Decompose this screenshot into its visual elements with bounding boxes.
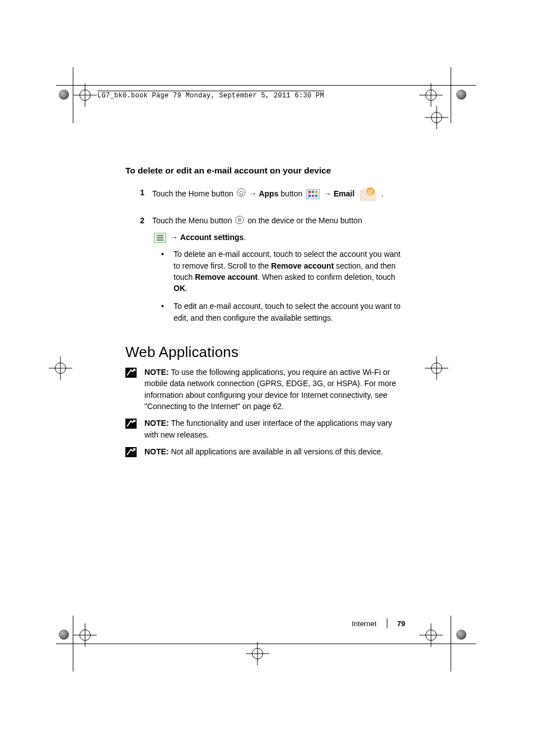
register-mark-icon <box>431 112 442 123</box>
svg-point-0 <box>237 189 245 196</box>
step-text: button <box>278 189 305 198</box>
step-2: 2 Touch the Menu button on the device or… <box>125 215 405 330</box>
bullet-list: To delete an e-mail account, touch to se… <box>152 248 405 323</box>
crop-ball-icon <box>456 90 466 100</box>
crop-line <box>451 67 451 123</box>
page-number: 79 <box>397 619 405 628</box>
crop-line <box>56 644 476 644</box>
crop-line <box>451 616 451 672</box>
source-header: LG7_bk0.book Page 79 Monday, September 5… <box>97 91 324 100</box>
step-text: Touch the Home button <box>152 189 236 198</box>
arrow-icon: → <box>170 233 178 242</box>
note-block: NOTE: To use the following applications,… <box>125 367 405 412</box>
note-icon <box>125 367 144 412</box>
step-number: 2 <box>125 215 152 330</box>
email-app-icon: @ <box>359 187 377 201</box>
note-text: To use the following applications, you r… <box>144 368 396 411</box>
crop-ball-icon <box>59 90 69 100</box>
step-text: Touch the Menu button <box>152 216 234 225</box>
page-footer: Internet 79 <box>352 618 405 628</box>
note-block: NOTE: Not all applications are available… <box>125 446 405 457</box>
svg-text:@: @ <box>368 189 373 195</box>
arrow-icon: → <box>249 189 257 198</box>
bullet-text: To edit an e-mail account, touch to sele… <box>174 302 400 322</box>
bullet-bold: OK <box>174 284 185 293</box>
arrow-icon: → <box>324 189 331 198</box>
step-text: . <box>243 233 246 242</box>
menu-list-icon <box>154 233 166 243</box>
step-text: . <box>381 189 383 198</box>
bullet-bold: Remove account <box>271 261 334 270</box>
section-heading: To delete or edit an e-mail account on y… <box>125 166 405 176</box>
apps-label: Apps <box>259 189 278 198</box>
main-heading: Web Applications <box>125 344 405 361</box>
note-block: NOTE: The functionality and user interfa… <box>125 417 405 440</box>
footer-section: Internet <box>352 619 376 628</box>
note-label: NOTE: <box>144 368 169 377</box>
register-mark-icon <box>431 363 442 374</box>
bullet-text: . <box>185 284 188 293</box>
account-settings-label: Account settings <box>180 233 244 242</box>
note-text: Not all applications are available in al… <box>169 447 383 456</box>
crop-ball-icon <box>456 630 466 640</box>
apps-button-icon <box>306 189 320 199</box>
note-icon <box>125 417 144 440</box>
bullet-text: . When asked to confirm deletion, touch <box>257 273 395 281</box>
home-button-icon <box>237 188 246 200</box>
content-block: To delete or edit an e-mail account on y… <box>125 166 405 463</box>
note-label: NOTE: <box>144 419 169 428</box>
crop-ball-icon <box>59 630 69 640</box>
note-icon <box>125 446 144 457</box>
bullet-bold: Remove account <box>195 273 257 281</box>
list-item: To delete an e-mail account, touch to se… <box>161 248 405 294</box>
note-label: NOTE: <box>144 447 169 456</box>
footer-divider <box>387 618 387 628</box>
list-item: To edit an e-mail account, touch to sele… <box>161 300 405 323</box>
email-label: Email <box>334 189 354 198</box>
page: LG7_bk0.book Page 79 Monday, September 5… <box>0 0 534 756</box>
step-number: 1 <box>125 187 152 206</box>
crop-line <box>73 67 73 123</box>
register-mark-icon <box>252 648 263 659</box>
note-text: The functionality and user interface of … <box>144 419 392 439</box>
register-mark-icon <box>79 90 91 101</box>
crop-line <box>56 85 476 86</box>
step-1: 1 Touch the Home button → Apps button → … <box>125 187 405 206</box>
menu-button-icon <box>235 215 244 227</box>
register-mark-icon <box>425 630 437 641</box>
crop-line <box>73 616 73 672</box>
step-text: on the device or the Menu button <box>247 216 362 225</box>
register-mark-icon <box>79 630 91 641</box>
register-mark-icon <box>425 90 437 101</box>
register-mark-icon <box>55 363 66 374</box>
